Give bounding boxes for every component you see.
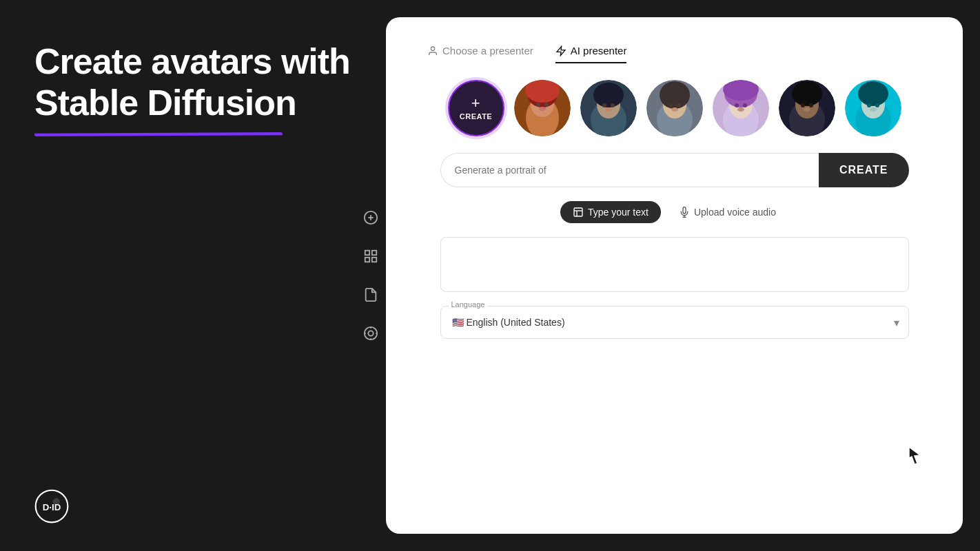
language-label: Language	[449, 300, 488, 309]
svg-point-11	[368, 331, 373, 335]
svg-point-33	[611, 103, 615, 107]
svg-point-51	[737, 107, 744, 112]
avatar-3[interactable]	[646, 80, 703, 136]
avatar-4[interactable]	[713, 80, 769, 136]
svg-point-31	[593, 83, 624, 107]
svg-point-56	[792, 81, 822, 106]
svg-point-59	[804, 107, 810, 112]
target-icon[interactable]	[358, 321, 383, 346]
svg-rect-7	[372, 251, 376, 255]
svg-point-41	[677, 103, 681, 107]
grid-icon[interactable]	[358, 244, 383, 269]
svg-point-24	[536, 103, 540, 107]
svg-point-49	[735, 103, 739, 107]
logo: D·ID	[34, 489, 351, 523]
svg-point-32	[602, 103, 606, 107]
avatar-1[interactable]	[514, 80, 571, 136]
svg-point-34	[605, 107, 612, 112]
svg-point-26	[539, 107, 546, 111]
avatar-6[interactable]	[845, 80, 901, 136]
svg-rect-6	[365, 251, 369, 255]
svg-point-2	[53, 498, 60, 505]
upload-audio-tab[interactable]: Upload voice audio	[666, 201, 788, 223]
tab-choose-presenter[interactable]: Choose a presenter	[427, 45, 533, 63]
svg-point-25	[544, 103, 549, 107]
svg-point-65	[867, 103, 871, 107]
plus-icon[interactable]	[358, 205, 383, 230]
cursor	[908, 446, 921, 465]
avatar-5[interactable]	[779, 80, 835, 136]
svg-point-67	[870, 107, 877, 112]
svg-point-58	[809, 103, 813, 107]
svg-point-10	[365, 327, 377, 340]
svg-rect-68	[574, 208, 582, 216]
svg-point-40	[668, 103, 673, 107]
svg-rect-8	[365, 258, 369, 262]
hero-section: Create avatars with Stable Diffusion	[34, 41, 351, 136]
portrait-input[interactable]	[440, 153, 819, 187]
create-avatar-button[interactable]: + CREATE	[448, 80, 504, 136]
type-text-tab[interactable]: Type your text	[560, 201, 661, 223]
language-wrapper: Language 🇺🇸 English (United States) 🇬🇧 E…	[440, 306, 909, 339]
create-button[interactable]: CREATE	[819, 153, 909, 187]
text-area-wrapper	[440, 237, 909, 295]
svg-point-64	[858, 81, 888, 106]
svg-rect-9	[372, 258, 376, 262]
hero-title: Create avatars with Stable Diffusion	[34, 41, 351, 124]
audio-tabs: Type your text Upload voice audio	[560, 201, 788, 223]
main-card: Choose a presenter AI presenter + CREATE	[386, 17, 963, 534]
portrait-input-row: CREATE	[440, 153, 909, 187]
left-panel: Create avatars with Stable Diffusion D·I…	[0, 0, 386, 551]
svg-marker-17	[557, 46, 565, 55]
svg-point-16	[431, 47, 434, 50]
language-select[interactable]: 🇺🇸 English (United States) 🇬🇧 English (U…	[440, 306, 909, 339]
file-icon[interactable]	[358, 282, 383, 307]
svg-point-42	[671, 107, 678, 112]
avatar-2[interactable]	[580, 80, 637, 136]
script-textarea[interactable]	[440, 237, 909, 292]
sidebar	[358, 205, 383, 346]
svg-point-39	[660, 81, 690, 109]
tab-ai-presenter[interactable]: AI presenter	[555, 45, 627, 63]
avatar-row: + CREATE	[448, 80, 901, 136]
svg-point-66	[875, 103, 879, 107]
svg-point-50	[743, 103, 747, 107]
hero-underline	[34, 132, 283, 136]
svg-point-57	[801, 103, 805, 107]
tabs: Choose a presenter AI presenter	[427, 45, 626, 63]
